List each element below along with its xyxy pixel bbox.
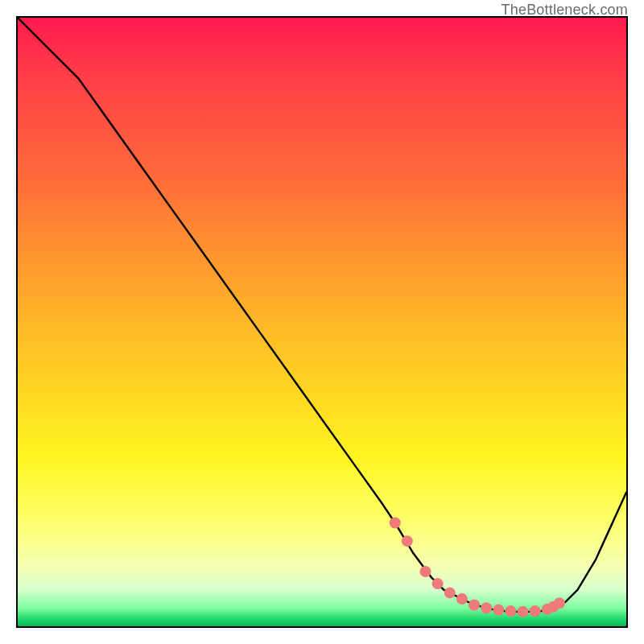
plot-frame — [16, 16, 628, 628]
highlight-dot — [390, 517, 401, 528]
bottleneck-curve-path — [18, 18, 626, 612]
highlight-dot — [505, 605, 516, 617]
highlight-dot — [517, 606, 528, 617]
highlight-dot — [554, 597, 565, 609]
curve-layer — [18, 18, 626, 626]
highlight-dot — [469, 600, 480, 611]
highlight-dot — [444, 587, 456, 598]
highlight-dot — [432, 578, 444, 589]
chart-stage: TheBottleneck.com — [0, 0, 644, 644]
highlight-dot — [530, 605, 541, 617]
highlight-dot — [402, 535, 413, 547]
highlight-dots-group — [390, 517, 565, 617]
highlight-dot — [493, 605, 504, 616]
highlight-dot — [481, 602, 492, 613]
highlight-dot — [420, 566, 431, 577]
highlight-dot — [456, 593, 468, 605]
